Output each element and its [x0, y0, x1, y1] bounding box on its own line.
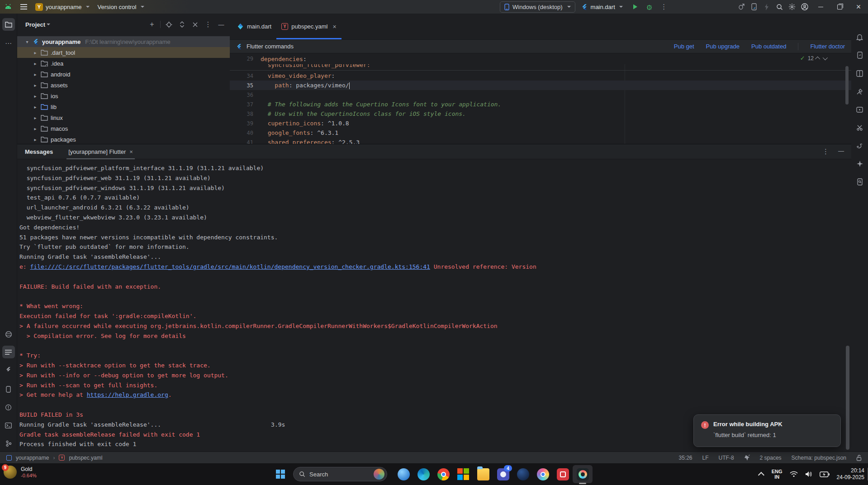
- android-studio-taskbar-icon[interactable]: [573, 465, 593, 483]
- pub-outdated-link[interactable]: Pub outdated: [751, 43, 786, 50]
- flutter-console-tab[interactable]: [yourappname] Flutter ×: [65, 144, 137, 159]
- device-manager-tool-button[interactable]: [854, 49, 866, 62]
- inspections-widget[interactable]: ✓ 12: [800, 55, 826, 62]
- restore-button[interactable]: [830, 0, 849, 14]
- pinwheel-taskbar-icon[interactable]: [533, 465, 553, 483]
- chevron-collapsed-icon[interactable]: ▸: [33, 50, 38, 55]
- gradle-tool-button[interactable]: [854, 140, 866, 153]
- account-avatar[interactable]: [798, 0, 811, 14]
- tree-item[interactable]: ▸packages: [17, 134, 230, 144]
- build-console[interactable]: syncfusion_pdfviewer_platform_interface …: [17, 159, 851, 452]
- more-run-options-button[interactable]: ⋮: [658, 0, 670, 14]
- hide-panel-icon[interactable]: —: [216, 19, 226, 29]
- more-options-icon[interactable]: ⋮: [822, 147, 829, 156]
- error-notification-popup[interactable]: ! Error while building APK `flutter buil…: [693, 414, 841, 447]
- run-button[interactable]: [629, 0, 641, 14]
- schema-setting[interactable]: Schema: pubspec.json: [792, 455, 846, 461]
- device-explorer-tool-button[interactable]: [854, 176, 866, 188]
- tab-pubspec-yaml[interactable]: Ypubspec.yaml×: [276, 14, 341, 39]
- previous-problem-icon[interactable]: [815, 56, 820, 61]
- close-tab-icon[interactable]: ×: [332, 23, 336, 30]
- pin-icon[interactable]: [744, 455, 750, 461]
- collapse-all-icon[interactable]: [190, 19, 200, 29]
- console-scrollbar[interactable]: [846, 346, 849, 450]
- hide-panel-icon[interactable]: —: [838, 147, 844, 156]
- project-selector[interactable]: Y yourappname: [31, 0, 94, 14]
- search-everywhere-button[interactable]: [773, 0, 786, 14]
- caret-position[interactable]: 35:26: [679, 455, 693, 461]
- flutter-inspector-tool-button[interactable]: [2, 363, 15, 376]
- emulator-tool-button[interactable]: [854, 103, 866, 116]
- messages-panel-title[interactable]: Messages: [25, 148, 53, 155]
- dark-sphere-taskbar-icon[interactable]: [513, 465, 533, 483]
- tray-overflow-chevron-icon[interactable]: [758, 472, 764, 478]
- speaker-icon[interactable]: [805, 471, 812, 477]
- minimize-button[interactable]: [811, 0, 830, 14]
- app-quality-insights-tool-button[interactable]: [854, 121, 866, 134]
- more-tool-windows-button[interactable]: ⋯: [2, 37, 15, 50]
- code-editor[interactable]: 29dependencies: syncfusion_flutter_pdfvi…: [230, 53, 851, 144]
- chevron-collapsed-icon[interactable]: ▸: [33, 72, 38, 77]
- pub-get-link[interactable]: Pub get: [674, 43, 694, 50]
- run-configuration-selector[interactable]: main.dart: [577, 0, 627, 14]
- battery-charging-icon[interactable]: [820, 471, 830, 477]
- tree-item[interactable]: ▸.idea: [17, 58, 230, 69]
- tree-item[interactable]: ▸android: [17, 69, 230, 80]
- clock[interactable]: 20:1424-09-2025: [837, 467, 864, 481]
- chrome-taskbar-icon[interactable]: [433, 465, 453, 483]
- tree-item[interactable]: ▸macos: [17, 123, 230, 134]
- language-indicator[interactable]: ENGIN: [772, 469, 783, 480]
- problems-tool-button[interactable]: [2, 401, 15, 414]
- tree-item[interactable]: ▸lib: [17, 101, 230, 112]
- device-mirror-button[interactable]: [748, 0, 760, 14]
- start-button[interactable]: [274, 468, 287, 480]
- red-app-taskbar-icon[interactable]: [553, 465, 573, 483]
- more-options-icon[interactable]: ⋮: [203, 19, 213, 29]
- indent-setting[interactable]: 2 spaces: [760, 455, 782, 461]
- run-console-tool-button[interactable]: [2, 346, 15, 358]
- console-link[interactable]: https://help.gradle.org: [87, 391, 168, 398]
- notifications-bell-icon[interactable]: [854, 31, 866, 43]
- chevron-expanded-icon[interactable]: ▾: [24, 39, 30, 44]
- tab-main-dart[interactable]: main.dart: [232, 14, 276, 39]
- locate-file-icon[interactable]: [164, 19, 174, 29]
- wifi-icon[interactable]: [790, 471, 798, 477]
- add-icon[interactable]: +: [147, 19, 157, 29]
- terminal-tool-button[interactable]: [2, 419, 15, 432]
- running-devices-tool-button[interactable]: [2, 383, 15, 395]
- microsoft-grid-taskbar-icon[interactable]: [453, 465, 473, 483]
- version-control-tool-button[interactable]: [2, 437, 15, 450]
- project-panel-title[interactable]: Project: [25, 21, 45, 28]
- build-variants-tool-button[interactable]: [854, 67, 866, 80]
- tree-item[interactable]: ▸linux: [17, 112, 230, 123]
- project-root-item[interactable]: ▾yourappnameF:\Dt learning\new\yourappna…: [17, 36, 230, 47]
- line-separator[interactable]: LF: [702, 455, 709, 461]
- unlock-icon[interactable]: [856, 455, 862, 461]
- chevron-collapsed-icon[interactable]: ▸: [33, 83, 38, 88]
- close-button[interactable]: ×: [849, 0, 868, 14]
- edge-taskbar-icon[interactable]: [413, 465, 433, 483]
- settings-button[interactable]: [786, 0, 798, 14]
- tree-item[interactable]: ▸ios: [17, 90, 230, 101]
- chevron-collapsed-icon[interactable]: ▸: [33, 137, 38, 142]
- debug-button[interactable]: [643, 0, 656, 14]
- tree-item[interactable]: ▸.dart_tool: [17, 47, 230, 58]
- breadcrumb-project[interactable]: yourappname: [16, 455, 49, 461]
- ai-assistant-tool-button[interactable]: [854, 157, 866, 170]
- breadcrumb-file[interactable]: pubspec.yaml: [69, 455, 102, 461]
- project-tool-window-button[interactable]: [2, 18, 15, 31]
- store-sphere-taskbar-icon[interactable]: [394, 465, 413, 483]
- chevron-collapsed-icon[interactable]: ▸: [33, 126, 38, 131]
- widgets-button[interactable]: 9 Gold -0.64%: [4, 466, 37, 479]
- dependencies-tool-button[interactable]: [2, 328, 15, 341]
- profiler-button[interactable]: [735, 0, 748, 14]
- editor-scrollbar[interactable]: [845, 66, 849, 105]
- version-control-menu[interactable]: Version control: [94, 0, 148, 14]
- tree-item[interactable]: ▸assets: [17, 80, 230, 90]
- device-selector[interactable]: Windows (desktop): [500, 1, 575, 13]
- chevron-collapsed-icon[interactable]: ▸: [33, 115, 38, 120]
- teams-taskbar-icon[interactable]: 4: [493, 465, 513, 483]
- chevron-collapsed-icon[interactable]: ▸: [33, 61, 38, 66]
- lightning-icon[interactable]: [760, 0, 773, 14]
- file-encoding[interactable]: UTF-8: [719, 455, 734, 461]
